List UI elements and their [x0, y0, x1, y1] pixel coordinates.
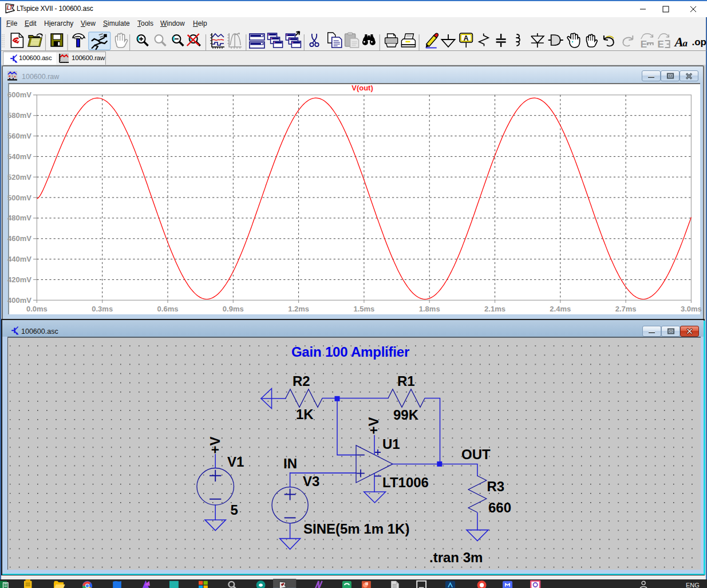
svg-text:ENG: ENG: [686, 582, 700, 588]
